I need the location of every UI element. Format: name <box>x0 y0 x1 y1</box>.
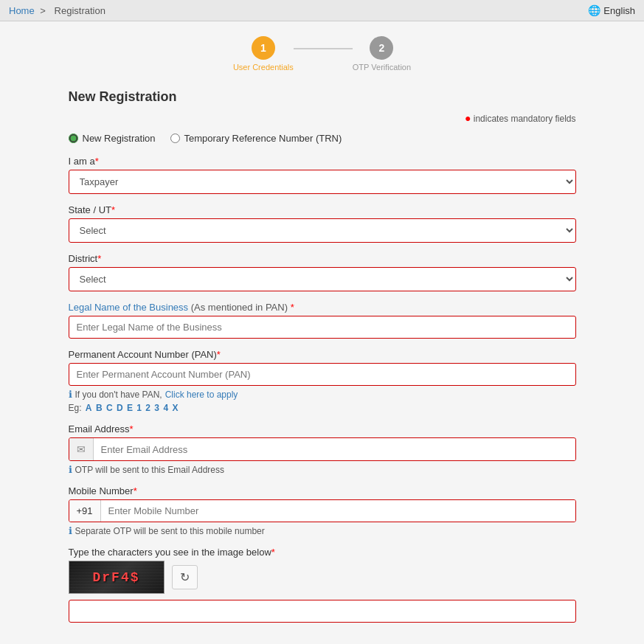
district-select[interactable]: Select <box>69 267 576 291</box>
step-indicator: 1 User Credentials 2 OTP Verification <box>69 36 576 72</box>
mobile-hint: ℹ Separate OTP will be sent to this mobi… <box>69 525 576 536</box>
home-link[interactable]: Home <box>9 5 35 16</box>
top-navigation: Home > Registration 🌐 English <box>0 0 644 21</box>
mandatory-dot: ● <box>465 112 471 124</box>
new-registration-radio[interactable] <box>69 134 78 143</box>
step-2-group: 2 OTP Verification <box>353 36 411 72</box>
captcha-image: DrF4$ <box>69 561 165 594</box>
mobile-info-icon: ℹ <box>69 525 72 536</box>
captcha-input[interactable] <box>69 600 576 623</box>
mobile-input-wrapper: +91 <box>69 499 576 522</box>
district-group: District* Select <box>69 253 576 291</box>
step-1-label: User Credentials <box>233 63 294 72</box>
mobile-input[interactable] <box>101 500 575 522</box>
pan-required: * <box>217 349 221 360</box>
page-content: 1 User Credentials 2 OTP Verification Ne… <box>57 21 588 644</box>
new-registration-label: New Registration <box>83 133 156 144</box>
mandatory-text: indicates mandatory fields <box>474 114 576 124</box>
email-input-wrapper: ✉ <box>69 437 576 461</box>
trn-option[interactable]: Temporary Reference Number (TRN) <box>170 133 342 144</box>
pan-label: Permanent Account Number (PAN)* <box>69 349 576 360</box>
mobile-group: Mobile Number* +91 ℹ Separate OTP will b… <box>69 485 576 536</box>
pan-group: Permanent Account Number (PAN)* ℹ If you… <box>69 349 576 413</box>
language-selector[interactable]: 🌐 English <box>588 4 635 16</box>
state-ut-select[interactable]: Select Andhra Pradesh Karnataka Maharash… <box>69 218 576 243</box>
mobile-label: Mobile Number* <box>69 485 576 496</box>
trn-label: Temporary Reference Number (TRN) <box>184 133 342 144</box>
step-2-circle: 2 <box>370 36 393 60</box>
email-icon: ✉ <box>69 438 94 460</box>
mandatory-note: ● indicates mandatory fields <box>69 112 576 124</box>
legal-name-label: Legal Name of the Business (As mentioned… <box>69 302 576 313</box>
legal-name-group: Legal Name of the Business (As mentioned… <box>69 302 576 339</box>
captcha-container: DrF4$ ↻ <box>69 561 576 594</box>
breadcrumb-separator: > <box>40 5 46 16</box>
email-group: Email Address* ✉ ℹ OTP will be sent to t… <box>69 423 576 475</box>
breadcrumb-current: Registration <box>55 5 105 16</box>
trn-radio[interactable] <box>170 134 180 143</box>
page-title: New Registration <box>69 89 576 105</box>
district-required: * <box>97 253 101 264</box>
legal-name-input[interactable] <box>69 316 576 339</box>
district-label: District* <box>69 253 576 264</box>
language-label: English <box>603 5 635 16</box>
info-icon: ℹ <box>69 389 72 400</box>
i-am-a-label: I am a* <box>69 156 576 167</box>
email-label: Email Address* <box>69 423 576 434</box>
legal-name-required: * <box>291 302 294 313</box>
captcha-refresh-button[interactable]: ↻ <box>172 565 198 589</box>
pan-apply-link[interactable]: Click here to apply <box>165 389 238 400</box>
step-1-circle: 1 <box>252 36 275 60</box>
state-ut-group: State / UT* Select Andhra Pradesh Karnat… <box>69 204 576 243</box>
email-info-icon: ℹ <box>69 464 72 475</box>
pan-hint: ℹ If you don't have PAN, Click here to a… <box>69 389 576 400</box>
pan-input[interactable] <box>69 363 576 386</box>
captcha-group: Type the characters you see in the image… <box>69 547 576 623</box>
step-1-group: 1 User Credentials <box>233 36 294 72</box>
i-am-a-select[interactable]: Taxpayer Tax Deductor Tax Collector (TCS… <box>69 170 576 194</box>
globe-icon: 🌐 <box>588 4 600 16</box>
step-connector <box>294 48 353 49</box>
i-am-a-required: * <box>95 156 99 167</box>
captcha-required: * <box>271 547 275 558</box>
registration-type-group: New Registration Temporary Reference Num… <box>69 133 576 144</box>
captcha-label: Type the characters you see in the image… <box>69 547 576 558</box>
email-hint: ℹ OTP will be sent to this Email Address <box>69 464 576 475</box>
email-required: * <box>130 423 134 434</box>
step-2-label: OTP Verification <box>353 63 411 72</box>
state-ut-required: * <box>111 204 115 215</box>
state-ut-label: State / UT* <box>69 204 576 215</box>
email-input[interactable] <box>94 439 575 460</box>
i-am-a-group: I am a* Taxpayer Tax Deductor Tax Collec… <box>69 156 576 194</box>
phone-prefix: +91 <box>69 500 101 522</box>
pan-example: Eg: A B C D E 1 2 3 4 X <box>69 403 576 413</box>
breadcrumb: Home > Registration <box>9 5 108 16</box>
mobile-required: * <box>134 485 137 496</box>
new-registration-option[interactable]: New Registration <box>69 133 156 144</box>
